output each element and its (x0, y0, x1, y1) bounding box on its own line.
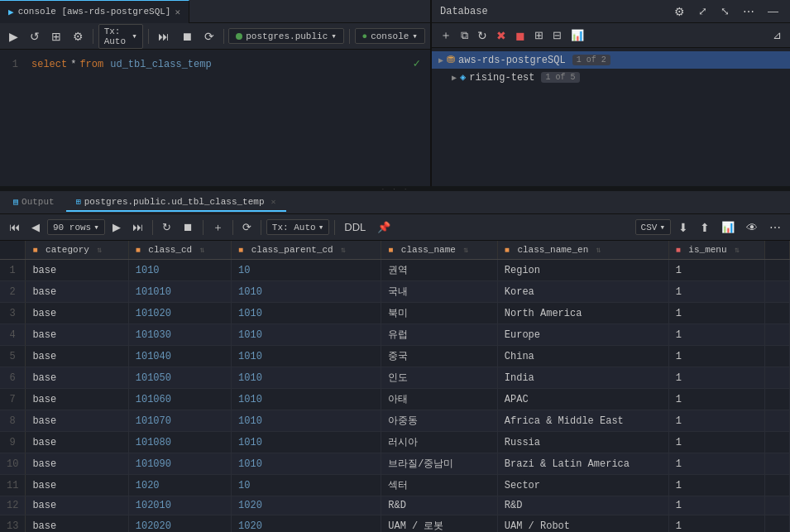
cell-class-cd: 101040 (128, 346, 231, 367)
col-label-class-parent-cd: class_parent_cd (251, 245, 333, 255)
db-add-btn[interactable]: ＋ (437, 26, 455, 45)
view-btn[interactable]: 👁 (742, 218, 762, 237)
rows-selector[interactable]: 90 rows ▾ (47, 219, 105, 235)
table-tab-close[interactable]: ✕ (271, 197, 276, 207)
db-schema-selector[interactable]: postgres.public ▾ (228, 28, 344, 44)
pin-btn[interactable]: 📌 (373, 218, 395, 236)
cell-class-name: 아태 (381, 389, 498, 410)
refresh-btn[interactable]: ↻ (158, 218, 175, 236)
panel-settings-btn[interactable]: ⚙ (671, 3, 688, 20)
col-header-category[interactable]: ■ category ⇅ (26, 241, 128, 260)
col-header-class-cd[interactable]: ■ class_cd ⇅ (128, 241, 231, 260)
cell-category: base (26, 367, 128, 389)
code-content[interactable]: select * from ud_tbl_class_temp (25, 53, 430, 183)
table-tab[interactable]: ⊞ postgres.public.ud_tbl_class_temp ✕ (66, 194, 286, 212)
format-button[interactable]: ⊞ (47, 27, 65, 46)
editor-tab[interactable]: ▶ console [aws-rds-postgreSQL] ✕ (0, 0, 189, 23)
db-disconnect-btn[interactable]: ✖ (493, 27, 510, 44)
tree-schema-icon: ◈ (460, 71, 466, 84)
cell-extra (765, 432, 790, 453)
nav-last-btn[interactable]: ⏭ (128, 218, 147, 236)
table-row[interactable]: 6 base 101050 1010 인도 India 1 (0, 367, 790, 389)
cell-extra (765, 410, 790, 432)
rows-arrow: ▾ (93, 222, 99, 232)
nav-next-btn[interactable]: ▶ (108, 218, 125, 236)
toolbar-separator4 (349, 29, 350, 44)
cell-class-name-en: China (497, 346, 668, 367)
tx-selector[interactable]: Tx: Auto ▾ (98, 24, 143, 49)
col-header-class-name-en[interactable]: ■ class_name_en ⇅ (497, 241, 668, 260)
add-row-btn[interactable]: ＋ (208, 218, 227, 237)
db-schema-btn[interactable]: ⊞ (531, 27, 547, 43)
result-tx-selector[interactable]: Tx: Auto ▾ (266, 219, 329, 235)
settings-button[interactable]: ⚙ (69, 27, 88, 46)
panel-close-btn[interactable]: — (764, 3, 782, 20)
result-toolbar: ⏮ ◀ 90 rows ▾ ▶ ⏭ ↻ ⏹ ＋ ⟳ Tx: Auto ▾ DDL (0, 214, 790, 241)
table-row[interactable]: 11 base 1020 10 섹터 Sector 1 (0, 475, 790, 496)
cell-is-menu: 1 (668, 515, 764, 533)
code-editor[interactable]: 1 select * from ud_tbl_class_temp ✓ (0, 50, 430, 186)
db-schema-label: postgres.public (246, 31, 328, 41)
table-row[interactable]: 8 base 101070 1010 아중동 Africa & Middle E… (0, 410, 790, 432)
col-icon-is-menu: ■ (676, 246, 681, 255)
col-header-class-name[interactable]: ■ class_name ⇅ (381, 241, 498, 260)
editor-tab-close[interactable]: ✕ (175, 7, 180, 17)
table-row[interactable]: 9 base 101080 1010 러시아 Russia 1 (0, 432, 790, 453)
db-stop-btn[interactable]: ◼ (512, 27, 529, 44)
table-row[interactable]: 7 base 101060 1010 아태 APAC 1 (0, 389, 790, 410)
stop-button[interactable]: ⏹ (177, 27, 197, 46)
table-row[interactable]: 5 base 101040 1010 중국 China 1 (0, 346, 790, 367)
db-copy-btn[interactable]: ⧉ (457, 27, 472, 44)
cell-class-cd: 101050 (128, 367, 231, 389)
db-filter-btn[interactable]: ⊿ (769, 27, 785, 43)
table-row[interactable]: 4 base 101030 1010 유럽 Europe 1 (0, 324, 790, 346)
step-button[interactable]: ⏭ (154, 27, 174, 46)
rows-count: 90 rows (53, 223, 91, 232)
reset-button[interactable]: ⟳ (200, 27, 218, 46)
cell-is-menu: 1 (668, 346, 764, 367)
ddl-btn[interactable]: DDL (340, 218, 370, 236)
table-row[interactable]: 13 base 102020 1020 UAM / 로봇 UAM / Robot… (0, 515, 790, 533)
panel-collapse-btn[interactable]: ⤡ (717, 3, 733, 20)
db-chart-btn[interactable]: 📊 (567, 27, 587, 43)
cell-class-name: 브라질/중남미 (381, 453, 498, 475)
result-sep3 (232, 220, 233, 235)
cell-class-parent-cd: 1020 (232, 515, 381, 533)
check-icon: ✓ (414, 56, 420, 70)
tree-item-aws-rds[interactable]: ▶ ⛃ aws-rds-postgreSQL 1 of 2 (432, 51, 790, 69)
nav-first-btn[interactable]: ⏮ (5, 218, 24, 236)
output-tab[interactable]: ▤ Output (3, 194, 65, 212)
more-btn[interactable]: ⋯ (765, 218, 785, 237)
stop-result-btn[interactable]: ⏹ (179, 218, 198, 236)
console-selector[interactable]: ● console ▾ (355, 28, 425, 44)
cell-is-menu: 1 (668, 367, 764, 389)
output-tab-icon: ▤ (13, 197, 18, 207)
stats-btn[interactable]: 📊 (717, 218, 739, 236)
reload-btn[interactable]: ⟳ (238, 218, 256, 236)
col-header-class-parent-cd[interactable]: ■ class_parent_cd ⇅ (232, 241, 381, 260)
download-btn[interactable]: ⬇ (674, 218, 692, 237)
table-row[interactable]: 1 base 1010 10 권역 Region 1 (0, 260, 790, 281)
col-header-is-menu[interactable]: ■ is_menu ⇅ (668, 241, 764, 260)
rerun-button[interactable]: ↺ (26, 27, 44, 46)
db-table-btn[interactable]: ⊟ (549, 27, 565, 43)
cell-class-name: 아중동 (381, 410, 498, 432)
col-header-extra (765, 241, 790, 260)
upload-btn[interactable]: ⬆ (696, 218, 714, 237)
csv-selector[interactable]: CSV ▾ (635, 219, 671, 235)
tree-item-rising-test[interactable]: ▶ ◈ rising-test 1 of 5 (432, 69, 790, 86)
line-number-1: 1 (0, 56, 18, 73)
panel-more-btn[interactable]: ⋯ (740, 3, 758, 20)
cell-category: base (26, 346, 128, 367)
table-row[interactable]: 10 base 101090 1010 브라질/중남미 Brazi & Lati… (0, 453, 790, 475)
run-button[interactable]: ▶ (5, 27, 22, 46)
results-table-container[interactable]: ■ category ⇅ ■ class_cd ⇅ ■ class_parent… (0, 241, 790, 532)
nav-prev-btn[interactable]: ◀ (27, 218, 44, 236)
panel-expand-btn[interactable]: ⤢ (695, 3, 711, 20)
table-row[interactable]: 3 base 101020 1010 북미 North America 1 (0, 303, 790, 324)
cell-is-menu: 1 (668, 410, 764, 432)
table-row[interactable]: 2 base 101010 1010 국내 Korea 1 (0, 281, 790, 303)
db-refresh-btn[interactable]: ↻ (474, 27, 491, 44)
console-icon: ▶ (8, 7, 14, 17)
table-row[interactable]: 12 base 102010 1020 R&D R&D 1 (0, 496, 790, 515)
